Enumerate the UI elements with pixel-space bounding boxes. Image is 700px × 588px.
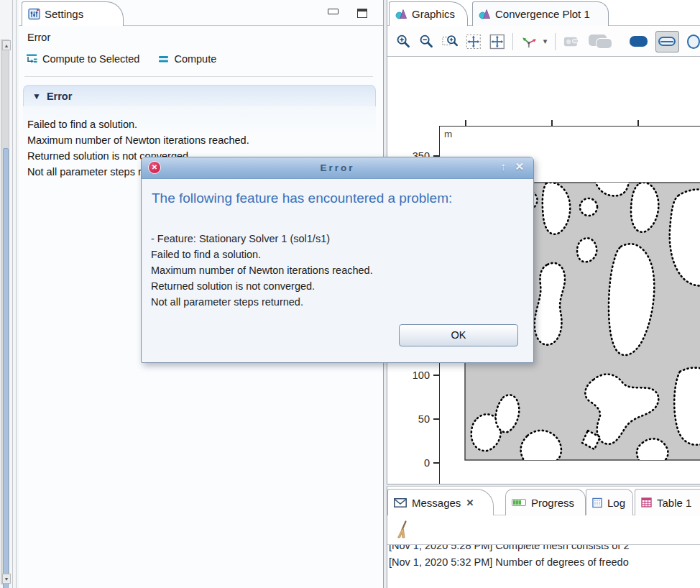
y-tick-label: 100 bbox=[401, 369, 430, 381]
tab-progress-label: Progress bbox=[531, 497, 574, 509]
bottom-panel: Messages ✕ Progress Log bbox=[387, 486, 700, 588]
y-tick bbox=[433, 375, 440, 376]
tab-settings[interactable]: Settings bbox=[22, 1, 124, 26]
outline-pill-icon bbox=[658, 37, 676, 46]
scroll-up-button[interactable]: ▲ bbox=[2, 40, 11, 50]
image-snapshot-icon-disabled bbox=[563, 35, 580, 49]
tab-convergence-plot[interactable]: Convergence Plot 1 bbox=[472, 1, 609, 26]
dialog-up-arrow-icon[interactable]: ↑ bbox=[501, 160, 507, 173]
message-line: [Nov 1, 2020 5:32 PM] Number of degrees … bbox=[389, 554, 700, 571]
panel-divider bbox=[12, 0, 13, 588]
graphics-toolbar: ▾ bbox=[387, 27, 700, 57]
error-detail-line: Failed to find a solution. bbox=[151, 247, 373, 262]
scrollbar-track[interactable]: ▲ ▼ bbox=[1, 40, 9, 584]
tab-graphics-label: Graphics bbox=[412, 8, 455, 20]
x-tick bbox=[637, 120, 639, 126]
convergence-plot-icon bbox=[479, 9, 491, 19]
compute-label: Compute bbox=[174, 53, 216, 65]
error-detail-line: Returned solution is not converged. bbox=[151, 278, 373, 294]
copy-plot-icon-disabled bbox=[589, 35, 612, 48]
clear-messages-broom-icon[interactable] bbox=[395, 520, 410, 539]
tab-settings-label: Settings bbox=[45, 8, 83, 20]
settings-tabbar: Settings bbox=[19, 0, 383, 26]
error-message-line: Maximum number of Newton iterations reac… bbox=[27, 132, 376, 148]
tab-convergence-plot-label: Convergence Plot 1 bbox=[495, 8, 590, 20]
progress-bar-icon bbox=[512, 499, 526, 506]
compute-to-selected-button[interactable]: Compute to Selected bbox=[26, 53, 139, 65]
filled-domain-toggle[interactable] bbox=[630, 36, 648, 47]
zoom-out-icon[interactable] bbox=[419, 33, 434, 50]
zoom-box-icon[interactable] bbox=[442, 33, 459, 50]
circle-toggle-icon[interactable] bbox=[687, 35, 700, 49]
collapse-caret-icon: ▼ bbox=[32, 91, 41, 101]
ok-button[interactable]: OK bbox=[399, 324, 518, 346]
tab-messages-label: Messages bbox=[412, 497, 461, 509]
divider bbox=[24, 76, 373, 77]
tab-table-1[interactable]: Table 1 bbox=[635, 489, 700, 515]
dialog-close-icon[interactable]: ✕ bbox=[515, 160, 524, 173]
maximize-icon[interactable] bbox=[357, 9, 367, 18]
axis-unit-label: m bbox=[444, 129, 452, 139]
graphics-plot-icon bbox=[395, 9, 407, 19]
scrollbar-thumb[interactable] bbox=[3, 148, 9, 588]
view-orientation-icon[interactable] bbox=[521, 34, 538, 50]
zoom-fit-icon[interactable] bbox=[489, 33, 505, 50]
y-tick-label: 0 bbox=[401, 457, 430, 469]
y-tick bbox=[433, 462, 440, 464]
table-icon bbox=[641, 497, 652, 507]
chevron-down-icon[interactable]: ▾ bbox=[543, 37, 548, 46]
error-dialog-title: Error bbox=[320, 162, 354, 173]
y-tick bbox=[433, 418, 440, 420]
error-dialog-body: The following feature has encountered a … bbox=[142, 179, 533, 362]
graphics-tabbar: Graphics Convergence Plot 1 bbox=[387, 0, 700, 26]
tab-log-label: Log bbox=[607, 497, 625, 509]
zoom-in-icon[interactable] bbox=[396, 33, 411, 50]
tab-graphics[interactable]: Graphics bbox=[389, 1, 468, 26]
error-detail-line: - Feature: Stationary Solver 1 (sol1/s1) bbox=[151, 231, 373, 247]
tab-log[interactable]: Log bbox=[586, 489, 633, 515]
error-dialog-details: - Feature: Stationary Solver 1 (sol1/s1)… bbox=[151, 231, 373, 310]
model-builder-edge: ▲ ▼ bbox=[0, 0, 19, 588]
zoom-extents-icon[interactable] bbox=[466, 33, 482, 50]
tab-messages[interactable]: Messages ✕ bbox=[387, 489, 494, 515]
error-dialog-heading: The following feature has encountered a … bbox=[152, 190, 452, 206]
toolbar-separator bbox=[512, 33, 513, 50]
bottom-tabbar: Messages ✕ Progress Log bbox=[387, 487, 700, 515]
error-detail-line: Maximum number of Newton iterations reac… bbox=[151, 262, 373, 278]
tab-close-icon[interactable]: ✕ bbox=[466, 497, 474, 508]
error-section-title: Error bbox=[47, 91, 72, 102]
error-dialog: ✕ Error ↑ ✕ The following feature has en… bbox=[141, 157, 534, 363]
compute-icon bbox=[158, 55, 169, 63]
minimize-icon[interactable] bbox=[328, 9, 339, 14]
tab-table-1-label: Table 1 bbox=[657, 497, 691, 509]
scroll-down-button[interactable]: ▼ bbox=[2, 574, 11, 584]
tab-progress[interactable]: Progress bbox=[505, 489, 586, 515]
x-tick bbox=[551, 120, 553, 126]
toolbar-separator bbox=[555, 33, 556, 50]
messages-toolbar bbox=[387, 515, 700, 544]
panel-divider bbox=[16, 0, 17, 588]
error-badge-icon: ✕ bbox=[148, 161, 161, 174]
x-tick bbox=[465, 120, 466, 126]
y-tick-label: 50 bbox=[401, 413, 430, 425]
wireframe-domain-toggle-pressed[interactable] bbox=[655, 31, 679, 52]
compute-button[interactable]: Compute bbox=[158, 53, 216, 65]
settings-subtitle: Error bbox=[27, 32, 50, 43]
settings-icon bbox=[28, 8, 40, 20]
messages-log: [Nov 1, 2020 5:28 PM] Complete mesh cons… bbox=[389, 545, 700, 588]
message-line: [Nov 1, 2020 5:28 PM] Complete mesh cons… bbox=[389, 545, 700, 554]
error-dialog-titlebar[interactable]: ✕ Error ↑ ✕ bbox=[142, 157, 533, 179]
messages-envelope-icon bbox=[394, 498, 407, 507]
compute-to-selected-label: Compute to Selected bbox=[42, 53, 139, 65]
error-message-line: Failed to find a solution. bbox=[27, 116, 376, 132]
settings-toolbar: Compute to Selected Compute bbox=[26, 53, 216, 65]
compute-to-selected-icon bbox=[26, 53, 37, 65]
error-detail-line: Not all parameter steps returned. bbox=[151, 294, 373, 310]
error-section-header[interactable]: ▼ Error bbox=[23, 85, 376, 106]
log-icon bbox=[592, 497, 602, 508]
